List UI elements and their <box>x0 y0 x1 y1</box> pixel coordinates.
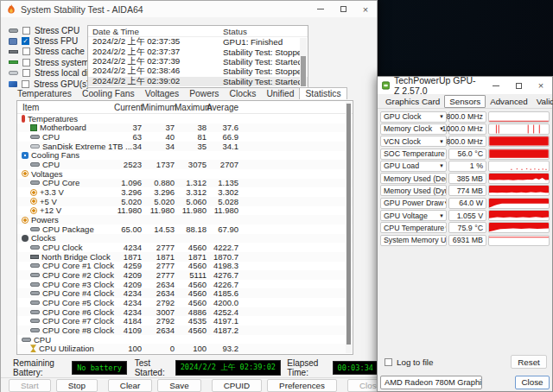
tab-validation[interactable]: Validation <box>532 96 553 107</box>
table-row[interactable]: Powers <box>17 215 353 224</box>
close-icon[interactable]: × <box>354 1 377 17</box>
cpuid-button[interactable]: CPUID <box>212 379 262 392</box>
tab-unified[interactable]: Unified <box>261 88 299 99</box>
cpu-icon <box>30 319 40 323</box>
col-maximum: Maximum <box>175 103 207 112</box>
stat-minimum-cell: 2777 <box>142 243 175 252</box>
save-button[interactable]: Save <box>157 379 200 392</box>
table-row[interactable]: CPU Clock4234277745604222.7 <box>17 243 353 252</box>
log-row[interactable]: 2024/2/2 上午 02:39:02Stability Test: Star… <box>88 77 308 86</box>
gpuz-window: TechPowerUp GPU-Z 2.57.0 × Graphics Card… <box>377 76 553 392</box>
sensor-soc-temperature-dropdown[interactable]: SOC Temperature▼ <box>380 149 447 160</box>
tab-clocks[interactable]: Clocks <box>224 88 261 99</box>
log-to-file-checkbox[interactable] <box>385 358 392 366</box>
cpu-icon <box>22 338 31 342</box>
sensor-memory-clock-dropdown[interactable]: Memory Clock▼ <box>380 123 447 135</box>
stress-stress-cache-checkbox[interactable] <box>22 47 30 55</box>
sensor-memory-used-dedicated-dropdown[interactable]: Memory Used (Dedicated)▼ <box>380 173 447 184</box>
table-row[interactable]: CPU Utilization100010093.2 <box>17 344 353 353</box>
table-row[interactable]: CPU Core #1 Clock4259277745604198.3 <box>17 262 353 271</box>
table-row[interactable]: CPU Core #5 Clock4234279245604200.0 <box>17 298 353 307</box>
statistics-scrollbar-thumb[interactable] <box>346 104 351 345</box>
stat-average-cell: 4198.3 <box>207 261 238 270</box>
sensor-vcn-clock-dropdown[interactable]: VCN Clock▼ <box>380 136 447 147</box>
stress-stress-cpu-checkbox[interactable] <box>22 27 30 35</box>
disk-icon <box>30 144 40 149</box>
stress-stress-system-memory-checkbox[interactable] <box>22 59 30 66</box>
table-row[interactable]: CPU Core #8 Clock4109263445604187.2 <box>17 326 353 335</box>
table-row[interactable]: CPU Core #2 Clock4209277751114276.7 <box>17 270 353 280</box>
table-row[interactable]: North Bridge Clock1871187118711870.7 <box>17 252 353 262</box>
maximize-icon[interactable] <box>332 1 354 17</box>
clear-button[interactable]: Clear <box>108 379 152 392</box>
table-row[interactable]: Temperatures <box>17 114 353 123</box>
table-row[interactable]: Clocks <box>17 234 353 243</box>
table-row[interactable]: CPU63408166.9 <box>17 132 353 142</box>
table-row[interactable]: +5 V5.0205.0205.0605.028 <box>17 197 353 206</box>
tab-powers[interactable]: Powers <box>184 88 224 99</box>
sensor-gpu-clock-dropdown[interactable]: GPU Clock▼ <box>380 111 447 123</box>
table-row[interactable]: Cooling Fans <box>17 151 353 161</box>
gpuz-close-button[interactable]: Close <box>515 376 550 389</box>
table-row[interactable]: +3.3 V3.2963.2963.3123.302 <box>17 187 353 197</box>
stat-current-cell: 11.980 <box>114 205 142 215</box>
table-row[interactable]: CPU Core #6 Clock4234300748864252.4 <box>17 307 353 317</box>
stop-button[interactable]: Stop <box>56 379 98 392</box>
stress-stress-local-disks-checkbox[interactable] <box>22 69 30 77</box>
log-scrollbar-thumb[interactable] <box>301 56 306 86</box>
sensor-gpu-voltage-dropdown[interactable]: GPU Voltage▼ <box>380 210 447 221</box>
voltage-icon <box>22 170 29 177</box>
stat-average-cell: 67.90 <box>207 224 238 234</box>
tab-cooling-fans[interactable]: Cooling Fans <box>77 88 140 99</box>
log-status-cell: Stability Test: Started <box>223 57 308 66</box>
table-row[interactable]: CPU2523173730752707 <box>17 160 353 169</box>
table-row[interactable]: SanDisk Extreme 1TB ...34343534.1 <box>17 142 353 151</box>
minimize-icon[interactable] <box>485 77 507 94</box>
table-row[interactable]: Voltages <box>17 169 353 179</box>
stress-stress-fpu-checkbox[interactable]: ✓ <box>22 37 29 45</box>
close-icon[interactable]: × <box>530 77 552 94</box>
sensor-gpu-power-draw-dropdown[interactable]: GPU Power Draw▼ <box>380 198 447 209</box>
statistics-scrollbar[interactable] <box>346 102 352 353</box>
tab-graphics-card[interactable]: Graphics Card <box>381 96 444 107</box>
sensor-name: Memory Used (Dynamic) <box>384 187 447 195</box>
stat-current-cell: 63 <box>114 132 142 142</box>
stat-minimum-cell: 34 <box>142 142 175 151</box>
table-row[interactable]: Motherboard37373837.6 <box>17 123 353 133</box>
stat-maximum-cell: 5.060 <box>175 197 207 206</box>
stat-current-cell: 4109 <box>114 326 142 335</box>
chevron-down-icon: ▼ <box>439 213 444 218</box>
stat-maximum-cell: 4886 <box>175 307 207 317</box>
log-scrollbar[interactable] <box>300 38 307 86</box>
table-row[interactable]: CPU Core1.0960.8801.3121.135 <box>17 179 353 188</box>
tab-temperatures[interactable]: Temperatures <box>12 88 77 99</box>
maximize-icon[interactable] <box>507 77 530 94</box>
table-row[interactable]: CPU Package65.0014.5388.1867.90 <box>17 224 353 234</box>
tab-statistics[interactable]: Statistics <box>299 87 346 99</box>
tab-advanced[interactable]: Advanced <box>486 96 532 107</box>
table-row[interactable]: +12 V11.98011.98011.98011.980 <box>17 206 353 216</box>
sensor-history-graph <box>488 210 550 221</box>
stat-item-label: Powers <box>31 215 59 224</box>
stat-item-label: CPU Clock <box>42 243 82 252</box>
preferences-button[interactable]: Preferences <box>267 379 337 392</box>
sensor-cpu-temperature-dropdown[interactable]: CPU Temperature▼ <box>380 222 447 233</box>
tab-sensors[interactable]: Sensors <box>444 95 486 108</box>
minimize-icon[interactable] <box>309 1 332 17</box>
table-row[interactable]: CPU Core #3 Clock4209263445604226.7 <box>17 280 353 289</box>
stat-item-label: North Bridge Clock <box>41 252 111 262</box>
reset-button[interactable]: Reset <box>511 355 547 369</box>
sensor-system-memory-used-dropdown[interactable]: System Memory Used▼ <box>380 235 447 246</box>
table-row[interactable]: CPU Core #4 Clock4234263445604185.6 <box>17 288 353 298</box>
sensor-row: GPU Clock▼800.0 MHz <box>380 111 550 123</box>
sensor-memory-used-dynamic-dropdown[interactable]: Memory Used (Dynamic)▼ <box>380 185 447 196</box>
log-col-datetime: Date & Time <box>88 27 223 36</box>
stat-minimum-cell: 2634 <box>142 288 175 298</box>
sensor-gpu-load-dropdown[interactable]: GPU Load▼ <box>380 161 447 172</box>
tab-voltages[interactable]: Voltages <box>140 88 185 99</box>
gpu-selector-dropdown[interactable]: AMD Radeon 780M Graphics ▾ <box>380 376 482 389</box>
table-row[interactable]: CPU Core #7 Clock4184279245354197.1 <box>17 316 353 326</box>
cpu-icon <box>30 310 40 314</box>
table-row[interactable]: CPU <box>17 335 353 345</box>
sensor-value: 1 % <box>448 161 486 172</box>
